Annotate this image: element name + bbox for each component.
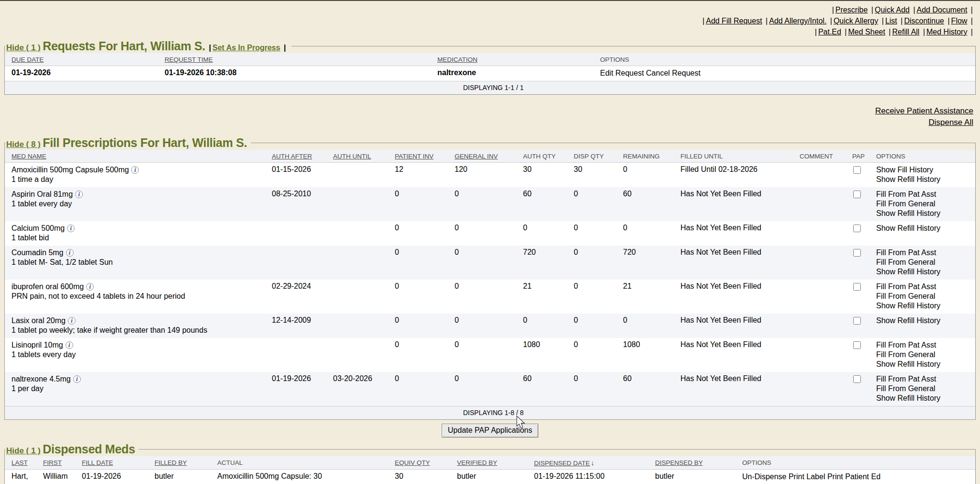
col-medication[interactable]: MEDICATION — [437, 56, 478, 63]
fill-from-general-link[interactable]: Fill From General — [876, 384, 973, 394]
dispensed-first: William — [43, 470, 82, 484]
nav-link-quick-add[interactable]: Quick Add — [875, 6, 910, 14]
general-inv: 0 — [455, 221, 523, 246]
col-dispensed-date[interactable]: DISPENSED DATE — [534, 460, 590, 467]
fill-from-general-link[interactable]: Fill From General — [876, 199, 973, 209]
requests-hide-link[interactable]: Hide ( 1 ) — [6, 43, 41, 52]
un-dispense-link[interactable]: Un-Dispense — [742, 473, 786, 481]
requests-table-header: DUE DATE REQUEST TIME MEDICATION OPTIONS — [5, 53, 975, 66]
med-sig: 1 tablets every day — [11, 350, 270, 360]
nav-link-list[interactable]: List — [885, 17, 897, 25]
show-refill-history-link[interactable]: Show Refill History — [876, 175, 973, 184]
col-due-date[interactable]: DUE DATE — [11, 56, 44, 63]
remaining: 60 — [623, 372, 680, 406]
auth-after — [272, 246, 333, 280]
show-refill-history-link[interactable]: Show Refill History — [876, 360, 973, 369]
receive-patient-assistance-link[interactable]: Receive Patient Assistance — [7, 105, 973, 117]
nav-link-add-allergy[interactable]: Add Allergy/Intol. — [769, 17, 826, 25]
col-disp-qty: DISP QTY — [574, 153, 604, 160]
col-auth-until[interactable]: AUTH UNTIL — [333, 153, 371, 160]
col-equiv-qty[interactable]: EQUIV QTY — [395, 459, 430, 466]
dispensed-meds-table: LAST FIRST FILL DATE FILLED BY ACTUAL EQ… — [5, 456, 975, 484]
fill-from-general-link[interactable]: Fill From General — [876, 292, 973, 301]
nav-link-add-fill-request[interactable]: Add Fill Request — [706, 17, 762, 25]
med-sig: 1 tablet po weekly; take if weight great… — [11, 326, 270, 335]
col-auth-after[interactable]: AUTH AFTER — [272, 153, 312, 160]
nav-separator: | — [880, 17, 885, 25]
auth-until — [333, 221, 395, 246]
med-row-ibuprofen: ibuprofen oral 600mgiPRN pain, not to ex… — [5, 280, 975, 314]
comment — [800, 187, 852, 221]
nav-separator: | — [870, 6, 875, 14]
pap-checkbox[interactable] — [853, 191, 861, 198]
fill-from-general-link[interactable]: Fill From General — [876, 258, 973, 267]
med-name: Aspirin Oral 81mg — [11, 190, 73, 198]
col-patient-inv[interactable]: PATIENT INV — [395, 153, 434, 160]
med-sig: 1 tablet M- Sat, 1/2 tablet Sun — [11, 258, 270, 267]
show-refill-history-link[interactable]: Show Refill History — [876, 316, 973, 326]
nav-link-pat-ed[interactable]: Pat.Ed — [818, 28, 841, 36]
set-as-in-progress-link[interactable]: Set As In Progress — [212, 44, 280, 52]
info-icon[interactable]: i — [75, 191, 83, 198]
col-auth-qty: AUTH QTY — [523, 153, 556, 160]
nav-link-add-document[interactable]: Add Document — [917, 6, 968, 14]
show-fill-history-link[interactable]: Show Fill History — [876, 165, 973, 175]
pap-checkbox[interactable] — [853, 341, 861, 349]
col-fill-date[interactable]: FILL DATE — [82, 459, 113, 466]
col-first[interactable]: FIRST — [43, 459, 62, 466]
col-dispensed-by[interactable]: DISPENSED BY — [655, 459, 703, 466]
print-label-link[interactable]: Print Label — [789, 473, 825, 481]
info-icon[interactable]: i — [67, 225, 75, 232]
show-refill-history-link[interactable]: Show Refill History — [876, 209, 973, 218]
nav-row-2: |Add Fill Request |Add Allergy/Intol. |Q… — [6, 15, 974, 26]
nav-separator: | — [831, 6, 835, 14]
med-name: Amoxicillin 500mg Capsule 500mg — [11, 166, 129, 174]
fill-hide-link[interactable]: Hide ( 8 ) — [6, 140, 41, 149]
fill-from-pat-asst-link[interactable]: Fill From Pat Asst — [876, 248, 973, 258]
pap-checkbox[interactable] — [853, 166, 861, 174]
fill-from-pat-asst-link[interactable]: Fill From Pat Asst — [876, 282, 973, 292]
show-refill-history-link[interactable]: Show Refill History — [876, 267, 973, 277]
fill-from-pat-asst-link[interactable]: Fill From Pat Asst — [876, 340, 973, 350]
info-icon[interactable]: i — [68, 317, 76, 325]
pap-checkbox[interactable] — [853, 249, 861, 257]
pap-checkbox[interactable] — [853, 317, 861, 325]
fill-from-pat-asst-link[interactable]: Fill From Pat Asst — [876, 374, 973, 384]
col-general-inv[interactable]: GENERAL INV — [455, 153, 498, 160]
dispensed-date: 01-19-2026 11:15:00 — [534, 470, 655, 484]
fill-from-general-link[interactable]: Fill From General — [876, 350, 973, 360]
col-verified-by[interactable]: VERIFIED BY — [457, 459, 497, 466]
med-name: Lisinopril 10mg — [11, 341, 63, 349]
info-icon[interactable]: i — [86, 283, 94, 291]
dispense-all-link[interactable]: Dispense All — [7, 117, 973, 128]
nav-link-med-history[interactable]: Med History — [926, 28, 967, 36]
info-icon[interactable]: i — [66, 249, 74, 257]
pap-checkbox[interactable] — [853, 283, 861, 291]
col-request-time[interactable]: REQUEST TIME — [165, 56, 213, 63]
show-refill-history-link[interactable]: Show Refill History — [876, 301, 973, 311]
show-refill-history-link[interactable]: Show Refill History — [876, 394, 973, 403]
nav-link-quick-allergy[interactable]: Quick Allergy — [834, 17, 878, 25]
show-refill-history-link[interactable]: Show Refill History — [876, 224, 973, 233]
print-patient-ed-link[interactable]: Print Patient Ed — [827, 473, 880, 481]
edit-request-link[interactable]: Edit Request — [600, 69, 644, 77]
pap-checkbox[interactable] — [853, 375, 861, 383]
cancel-request-link[interactable]: Cancel Request — [646, 69, 701, 77]
pap-checkbox[interactable] — [853, 225, 861, 232]
col-filled-by[interactable]: FILLED BY — [155, 459, 187, 466]
nav-link-med-sheet[interactable]: Med Sheet — [848, 28, 885, 36]
col-last[interactable]: LAST — [11, 459, 28, 466]
col-med-name[interactable]: MED NAME — [11, 153, 46, 160]
nav-link-refill-all[interactable]: Refill All — [892, 28, 920, 36]
fill-from-pat-asst-link[interactable]: Fill From Pat Asst — [876, 190, 973, 199]
nav-link-discontinue[interactable]: Discontinue — [904, 17, 944, 25]
info-icon[interactable]: i — [66, 341, 73, 349]
dispensed-hide-link[interactable]: Hide ( 1 ) — [6, 446, 41, 455]
filled-until: Has Not Yet Been Filled — [680, 246, 800, 280]
info-icon[interactable]: i — [131, 166, 139, 174]
nav-link-flow[interactable]: Flow — [951, 17, 968, 25]
comment — [800, 163, 852, 188]
info-icon[interactable]: i — [73, 375, 81, 383]
update-pap-applications-button[interactable]: Update PAP Applications — [442, 424, 538, 438]
nav-link-prescribe[interactable]: Prescribe — [835, 6, 868, 14]
